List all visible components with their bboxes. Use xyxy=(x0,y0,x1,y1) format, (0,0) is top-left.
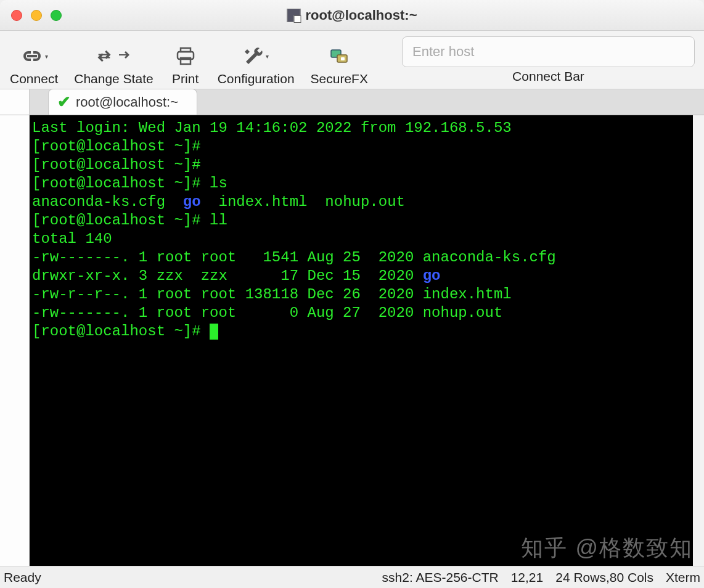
securefx-label: SecureFX xyxy=(311,71,368,86)
connect-bar-label: Connect Bar xyxy=(512,69,584,84)
cursor xyxy=(210,324,218,340)
dir-entry: go xyxy=(183,194,201,210)
chevron-down-icon: ▾ xyxy=(45,53,48,60)
status-cursor: 12,21 xyxy=(511,570,544,585)
configuration-label: Configuration xyxy=(218,71,295,86)
terminal-app-icon xyxy=(287,9,301,22)
window-title-text: root@localhost:~ xyxy=(306,7,417,23)
file-entry: nohup.out xyxy=(325,194,405,210)
chevron-down-icon: ▾ xyxy=(266,53,269,60)
close-window-button[interactable] xyxy=(11,10,22,21)
prompt: [root@localhost ~]# xyxy=(32,323,210,340)
connect-label: Connect xyxy=(10,71,58,86)
tab-label: root@localhost:~ xyxy=(76,94,178,110)
file-entry: anaconda-ks.cfg xyxy=(32,194,165,210)
status-protocol: ssh2: AES-256-CTR xyxy=(382,570,499,585)
check-icon: ✔ xyxy=(57,92,71,112)
link-icon: ▾ xyxy=(20,41,48,71)
prompt: [root@localhost ~]# xyxy=(32,138,210,155)
session-tab[interactable]: ✔ root@localhost:~ xyxy=(48,89,197,115)
connect-button[interactable]: ▾ Connect xyxy=(7,32,60,88)
change-state-button[interactable]: Change State xyxy=(72,32,155,88)
main-area: Last login: Wed Jan 19 14:16:02 2022 fro… xyxy=(0,115,704,566)
app-window: root@localhost:~ ▾ Connect Change State … xyxy=(0,0,704,588)
terminal-line: -rw-r--r--. 1 root root 138118 Dec 26 20… xyxy=(32,286,512,303)
securefx-icon xyxy=(330,41,348,71)
configuration-button[interactable]: ▾ Configuration xyxy=(215,32,297,88)
printer-icon xyxy=(176,41,195,71)
statusbar: Ready ssh2: AES-256-CTR 12,21 24 Rows,80… xyxy=(0,566,704,588)
tab-strip: ✔ root@localhost:~ xyxy=(0,89,704,115)
titlebar: root@localhost:~ xyxy=(0,0,704,31)
status-ready: Ready xyxy=(4,570,41,585)
change-state-label: Change State xyxy=(74,71,153,86)
host-input[interactable] xyxy=(402,36,695,67)
terminal-line: total 140 xyxy=(32,231,112,247)
dir-entry: go xyxy=(423,267,441,284)
maximize-window-button[interactable] xyxy=(51,10,62,21)
print-label: Print xyxy=(172,71,199,86)
terminal-view[interactable]: Last login: Wed Jan 19 14:16:02 2022 fro… xyxy=(30,115,693,566)
status-term: Xterm xyxy=(666,570,700,585)
securefx-button[interactable]: SecureFX xyxy=(308,32,370,88)
minimize-window-button[interactable] xyxy=(31,10,42,21)
status-size: 24 Rows,80 Cols xyxy=(555,570,653,585)
terminal-line: drwxr-xr-x. 3 zzx zzx 17 Dec 15 2020 xyxy=(32,267,423,284)
terminal-line: -rw-------. 1 root root 1541 Aug 25 2020… xyxy=(32,249,556,266)
reconnect-icon xyxy=(96,41,131,71)
toolbar: ▾ Connect Change State Print ▾ Configura… xyxy=(0,31,704,89)
terminal-line: Last login: Wed Jan 19 14:16:02 2022 fro… xyxy=(32,120,512,136)
terminal-line: -rw-------. 1 root root 0 Aug 27 2020 no… xyxy=(32,304,502,321)
prompt: [root@localhost ~]# xyxy=(32,175,210,192)
svg-rect-0 xyxy=(27,55,37,57)
prompt: [root@localhost ~]# xyxy=(32,157,210,173)
command: ll xyxy=(210,212,227,229)
tab-side-panel[interactable] xyxy=(0,89,30,115)
wrench-icon: ▾ xyxy=(244,41,269,71)
file-entry: index.html xyxy=(218,194,307,210)
session-sidebar[interactable] xyxy=(0,115,30,566)
svg-rect-6 xyxy=(341,57,345,60)
scrollbar[interactable] xyxy=(693,115,704,566)
window-controls xyxy=(0,10,62,21)
connect-bar-section: Connect Bar xyxy=(400,36,697,84)
window-title: root@localhost:~ xyxy=(287,7,417,23)
print-button[interactable]: Print xyxy=(167,32,204,88)
command: ls xyxy=(210,175,227,192)
prompt: [root@localhost ~]# xyxy=(32,212,210,229)
